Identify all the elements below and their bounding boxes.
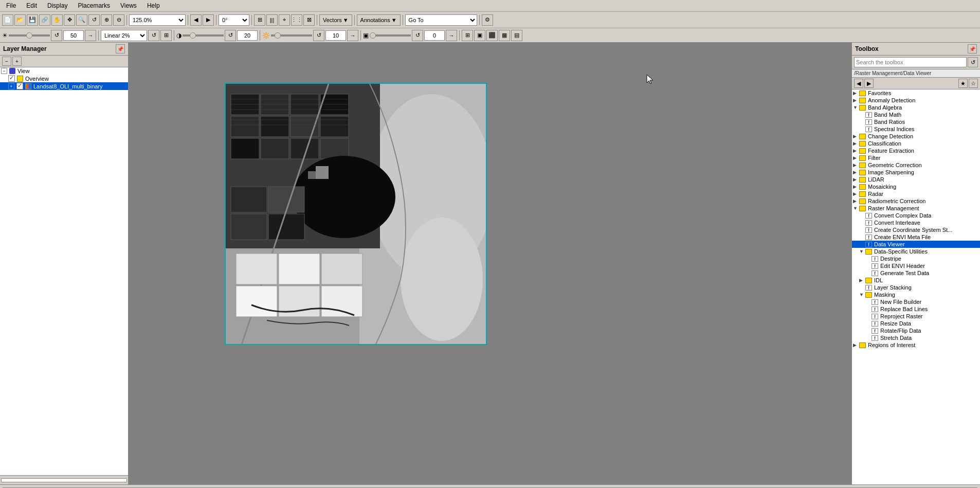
layer-check[interactable]	[16, 83, 23, 89]
overview-check[interactable]	[8, 75, 15, 82]
tb-row-layer-stacking[interactable]: f Layer Stacking	[852, 284, 980, 291]
transparency-apply[interactable]: →	[446, 30, 457, 41]
tool5[interactable]: ⊠	[303, 14, 315, 26]
move-button[interactable]: ✥	[64, 14, 75, 26]
brightness-apply[interactable]: →	[85, 30, 96, 41]
tb-row-destripe[interactable]: f Destripe	[852, 255, 980, 262]
tool-extra5[interactable]: ▤	[511, 30, 522, 41]
tb-row-edit-header[interactable]: f Edit ENVI Header	[852, 262, 980, 269]
tb-row-masking[interactable]: ▼ Masking	[852, 291, 980, 298]
tb-row-convert-complex[interactable]: f Convert Complex Data	[852, 212, 980, 219]
toolbox-pin[interactable]: 📌	[968, 44, 977, 53]
sharpen-slider[interactable]	[271, 34, 312, 37]
tool4[interactable]: ⋮⋮	[291, 14, 302, 26]
new-button[interactable]: 📄	[2, 14, 13, 26]
transparency-input[interactable]	[424, 30, 445, 41]
tb-row-spectral-indices[interactable]: f Spectral Indices	[852, 125, 980, 133]
toolbox-star[interactable]: ★	[958, 79, 968, 88]
transparency-reset[interactable]: ↺	[412, 30, 423, 41]
tb-row-radar[interactable]: ▶ Radar	[852, 190, 980, 197]
prev-button[interactable]: ◀	[190, 14, 202, 26]
tb-row-change-detection[interactable]: ▶ Change Detection	[852, 133, 980, 140]
tb-row-gen-test[interactable]: f Generate Test Data	[852, 269, 980, 277]
tb-row-band-ratios[interactable]: f Band Ratios	[852, 118, 980, 125]
tb-row-favorites[interactable]: ▶ Favorites	[852, 89, 980, 97]
tree-row-layer[interactable]: + Landsat8_OLI_multi_binary	[0, 82, 128, 90]
tb-row-anomaly[interactable]: ▶ Anomaly Detection	[852, 97, 980, 104]
sharpen-apply[interactable]: →	[347, 30, 358, 41]
tb-row-filter[interactable]: ▶ Filter	[852, 154, 980, 161]
link-button[interactable]: 🔗	[39, 14, 50, 26]
tool1[interactable]: ⊞	[254, 14, 265, 26]
save-button[interactable]: 💾	[27, 14, 38, 26]
tb-row-replace-bad[interactable]: f Replace Bad Lines	[852, 305, 980, 313]
tb-row-radiometric[interactable]: ▶ Radiometric Correction	[852, 197, 980, 205]
toolbox-search-input[interactable]	[854, 57, 967, 67]
tb-row-data-specific[interactable]: ▼ Data-Specific Utilities	[852, 248, 980, 255]
zoom-in-button[interactable]: 🔍	[76, 14, 87, 26]
brightness-input[interactable]	[63, 30, 84, 41]
tool3[interactable]: ⌖	[279, 14, 290, 26]
menu-edit[interactable]: Edit	[22, 1, 41, 10]
pan-button[interactable]: ✋	[51, 14, 63, 26]
zoom-in2-button[interactable]: ⊕	[101, 14, 112, 26]
lm-collapse[interactable]: −	[2, 57, 11, 66]
next-button[interactable]: ▶	[203, 14, 214, 26]
rotation-select[interactable]: 0°	[219, 14, 249, 26]
toolbox-nav-fwd[interactable]: ▶	[864, 79, 874, 88]
tb-row-classification[interactable]: ▶ Classification	[852, 140, 980, 147]
lm-scrollbar[interactable]	[1, 478, 127, 482]
tool-extra3[interactable]: ⬛	[486, 30, 498, 41]
contrast-reset[interactable]: ↺	[225, 30, 236, 41]
tb-row-create-envi-meta[interactable]: f Create ENVI Meta File	[852, 233, 980, 241]
tb-row-rotate-flip[interactable]: f Rotate/Flip Data	[852, 327, 980, 334]
tb-row-band-algebra[interactable]: ▼ Band Algebra	[852, 104, 980, 111]
sharpen-input[interactable]	[325, 30, 346, 41]
tree-row-overview[interactable]: Overview	[0, 75, 128, 82]
lm-expand[interactable]: +	[12, 57, 22, 66]
stretch-refresh[interactable]: ↺	[148, 30, 159, 41]
toolbox-star2[interactable]: ☆	[969, 79, 978, 88]
tool-extra2[interactable]: ▣	[474, 30, 485, 41]
zoom-select[interactable]: 125.0%	[129, 14, 186, 26]
view-expand[interactable]: −	[1, 68, 7, 74]
layer-expand[interactable]: +	[8, 83, 14, 89]
transparency-slider[interactable]	[370, 34, 411, 37]
layer-manager-pin[interactable]: 📌	[116, 44, 125, 53]
menu-help[interactable]: Help	[143, 1, 164, 10]
tb-row-convert-interleave[interactable]: f Convert Interleave	[852, 219, 980, 226]
tool-extra4[interactable]: ▦	[499, 30, 510, 41]
tb-row-idl[interactable]: ▶ IDL	[852, 277, 980, 284]
tb-row-stretch-data[interactable]: f Stretch Data	[852, 334, 980, 341]
menu-display[interactable]: Display	[43, 1, 71, 10]
tb-row-reproject[interactable]: f Reproject Raster	[852, 313, 980, 320]
toolbox-search-button[interactable]: ↺	[968, 57, 978, 67]
brightness-slider[interactable]	[9, 34, 50, 37]
tb-row-regions[interactable]: ▶ Regions of Interest	[852, 341, 980, 349]
contrast-input[interactable]	[237, 30, 258, 41]
tb-row-new-file[interactable]: f New File Builder	[852, 298, 980, 305]
contrast-slider[interactable]	[183, 34, 224, 37]
tool-extra1[interactable]: ⊞	[462, 30, 473, 41]
stretch-select[interactable]: Linear 2%	[101, 30, 147, 41]
zoom-out-button[interactable]: ⊖	[113, 14, 124, 26]
tb-row-raster-mgmt[interactable]: ▼ Raster Management	[852, 205, 980, 212]
stretch-apply[interactable]: ⊞	[160, 30, 172, 41]
menu-file[interactable]: File	[2, 1, 20, 10]
tb-row-data-viewer[interactable]: f Data Viewer	[852, 241, 980, 248]
tb-row-create-coord[interactable]: f Create Coordinate System St...	[852, 226, 980, 233]
tb-row-feature-extraction[interactable]: ▶ Feature Extraction	[852, 147, 980, 154]
brightness-reset[interactable]: ↺	[51, 30, 62, 41]
tb-row-band-math[interactable]: f Band Math	[852, 111, 980, 118]
tb-row-geometric[interactable]: ▶ Geometric Correction	[852, 161, 980, 169]
tb-row-image-sharpening[interactable]: ▶ Image Sharpening	[852, 169, 980, 176]
menu-placemarks[interactable]: Placemarks	[74, 1, 114, 10]
canvas-area[interactable]	[129, 43, 851, 484]
annotations-button[interactable]: Annotations ▼	[357, 14, 401, 26]
sharpen-reset[interactable]: ↺	[313, 30, 324, 41]
settings-button[interactable]: ⚙	[482, 14, 493, 26]
tool2[interactable]: |||	[266, 14, 278, 26]
tb-row-lidar[interactable]: ▶ LiDAR	[852, 176, 980, 183]
tb-row-mosaicking[interactable]: ▶ Mosaicking	[852, 183, 980, 190]
open-button[interactable]: 📂	[14, 14, 26, 26]
